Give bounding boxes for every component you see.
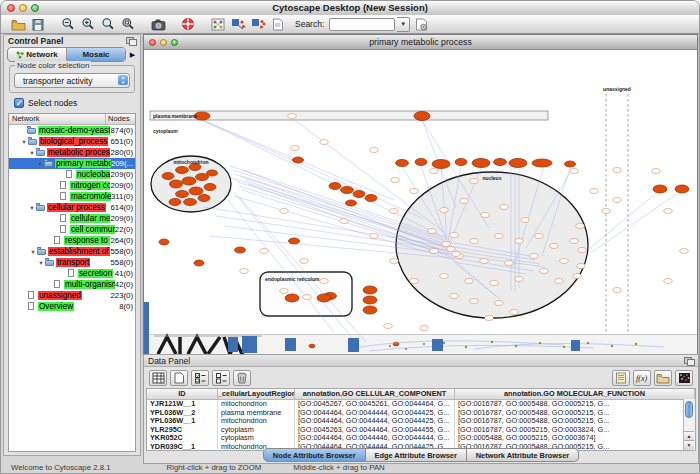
open-folder-icon[interactable]: [9, 16, 27, 32]
attribute-table: ID _cellularLayoutRegion annotation.GO C…: [146, 388, 696, 451]
network-tree-row[interactable]: ▼ cellular metabo 209(0): [9, 213, 135, 224]
document-icon[interactable]: [269, 16, 287, 32]
column-header-cellular-component[interactable]: annotation.GO CELLULAR_COMPONENT: [295, 389, 455, 399]
layout-blue-icon[interactable]: [229, 16, 247, 32]
cell-id: YLR295C: [147, 426, 218, 435]
tree-header-nodes[interactable]: Nodes: [106, 114, 135, 124]
node-count: 41(0): [115, 269, 135, 278]
float-panel-icon[interactable]: [126, 37, 136, 45]
tab-node-attribute-browser[interactable]: Node Attribute Browser: [263, 448, 366, 462]
tree-header-network[interactable]: Network: [9, 114, 106, 124]
search-options-icon[interactable]: [412, 16, 430, 32]
network-tree-row[interactable]: ▼ mosaic-demo-yeast 874(0): [9, 125, 135, 136]
layout-red-icon[interactable]: [249, 16, 267, 32]
cell-region: plasma membrane: [218, 409, 295, 418]
attribute-browser-tabs: Node Attribute Browser Edge Attribute Br…: [144, 448, 698, 462]
function-builder-icon[interactable]: f(x): [633, 370, 651, 386]
tab-network-attribute-browser[interactable]: Network Attribute Browser: [467, 448, 579, 462]
attribute-table-icon[interactable]: [149, 370, 167, 386]
data-panel-float-icon[interactable]: [684, 357, 694, 365]
attribute-table-body: YJR121W__1 mitochondrion [GO:0045267, GO…: [147, 400, 695, 452]
scrollbar-thumb[interactable]: [685, 401, 693, 418]
expander-icon[interactable]: ▼: [37, 260, 45, 266]
network-tree-row[interactable]: ▼ biological_process 651(0): [9, 136, 135, 147]
network-tree-row[interactable]: ▼ establishment of lo 558(0): [9, 246, 135, 257]
network-tree-row[interactable]: ▼ Overview 8(0): [9, 301, 135, 312]
expander-icon[interactable]: ▼: [28, 205, 36, 211]
unselect-attributes-icon[interactable]: [212, 370, 230, 386]
new-attribute-icon[interactable]: [170, 370, 188, 386]
node-count: 614(0): [110, 203, 135, 212]
network-view-title: primary metabolic process: [144, 37, 697, 47]
network-tree-row[interactable]: ▼ unassigned 223(0): [9, 290, 135, 301]
tab-edge-attribute-browser[interactable]: Edge Attribute Browser: [366, 448, 467, 462]
endoplasmic-reticulum-label: endoplasmic reticulum: [265, 276, 320, 282]
network-name-chip: nitrogen compo: [70, 181, 110, 190]
import-attributes-icon[interactable]: [654, 370, 672, 386]
network-tree-row[interactable]: ▼ response to stimulu 264(0): [9, 235, 135, 246]
network-tree-panel: Network Nodes ▼ mosaic-demo-yeast 874(0)…: [8, 113, 136, 452]
node-type-icon: [27, 291, 38, 300]
tree-header: Network Nodes: [9, 114, 135, 125]
network-tree-row[interactable]: ▼ primary metabo 209(...: [9, 158, 135, 169]
tab-mosaic[interactable]: Mosaic: [67, 48, 125, 61]
expander-icon[interactable]: ▼: [36, 161, 44, 167]
table-row[interactable]: YJR121W__1 mitochondrion [GO:0045267, GO…: [147, 400, 695, 409]
data-panel-title: Data Panel: [148, 356, 190, 366]
network-tree-row[interactable]: ▼ nitrogen compo 209(0): [9, 180, 135, 191]
dropdown-stepper-icon[interactable]: ▲▼: [118, 75, 128, 85]
tab-overflow-arrow[interactable]: ▶: [128, 51, 137, 59]
table-row[interactable]: YLR295C cytoplasm [GO:0045263, GO:004446…: [147, 426, 695, 435]
table-row[interactable]: YPL036W__2 plasma membrane [GO:0044464, …: [147, 409, 695, 418]
network-tree-row[interactable]: ▼ multi-organism pro 42(0): [9, 279, 135, 290]
attribute-matrix-icon[interactable]: [675, 370, 693, 386]
node-color-dropdown[interactable]: transporter activity ▲▼: [14, 73, 130, 88]
window-titlebar: Cytoscape Desktop (New Session): [1, 1, 699, 16]
table-row[interactable]: YPL036W__1 mitochondrion [GO:0044464, GO…: [147, 417, 695, 426]
zoom-fit-icon[interactable]: [99, 16, 117, 32]
network-name-chip: mosaic-demo-yeast: [38, 126, 110, 135]
column-header-molecular-function[interactable]: annotation.GO MOLECULAR_FUNCTION: [455, 389, 695, 399]
network-canvas[interactable]: plasma membrane cytoplasm mitochondrion …: [144, 50, 697, 354]
network-tree-row[interactable]: ▼ metabolic process 280(0): [9, 147, 135, 158]
zoom-region-icon[interactable]: [119, 16, 137, 32]
network-view-titlebar[interactable]: primary metabolic process: [144, 35, 697, 50]
node-count: 8(0): [119, 302, 135, 311]
save-icon[interactable]: [29, 16, 47, 32]
network-tree-row[interactable]: ▼ cellular process 614(0): [9, 202, 135, 213]
cell-molecular-function: [GO:0016787, GO:0005488, GO:0005215, G..…: [455, 417, 695, 426]
camera-icon[interactable]: [149, 16, 167, 32]
table-row[interactable]: YKR052C cytoplasm [GO:0044464, GO:004444…: [147, 434, 695, 443]
node-count: 651(0): [110, 137, 135, 146]
node-type-icon: [65, 170, 76, 179]
select-attributes-icon[interactable]: [191, 370, 209, 386]
expander-icon[interactable]: ▼: [20, 139, 28, 145]
zoom-out-icon[interactable]: [59, 16, 77, 32]
zoom-in-icon[interactable]: [79, 16, 97, 32]
node-count: 874(0): [110, 126, 135, 135]
notes-icon[interactable]: [612, 370, 630, 386]
column-header-region[interactable]: _cellularLayoutRegion: [218, 389, 295, 399]
expander-icon[interactable]: ▼: [29, 249, 37, 255]
node-type-icon: [67, 269, 78, 278]
tab-network[interactable]: Network: [8, 48, 67, 61]
network-tab-icon: [16, 51, 24, 59]
table-scrollbar[interactable]: ▲ ▼: [683, 399, 695, 450]
mitochondrion-label: mitochondrion: [174, 159, 209, 165]
network-tree-row[interactable]: ▼ secretion 41(0): [9, 268, 135, 279]
network-tree: ▼ mosaic-demo-yeast 874(0) ▼ biological_…: [9, 125, 135, 312]
life-ring-icon[interactable]: [179, 16, 197, 32]
search-dropdown-button[interactable]: ▼: [397, 17, 410, 32]
column-header-id[interactable]: ID: [147, 389, 218, 399]
node-type-icon: [44, 159, 55, 168]
expander-icon[interactable]: ▼: [28, 150, 36, 156]
network-tree-row[interactable]: ▼ cell communicat 22(0): [9, 224, 135, 235]
search-input[interactable]: [329, 18, 395, 31]
network-tree-row[interactable]: ▼ nucleobase-con 209(0): [9, 169, 135, 180]
select-nodes-checkbox[interactable]: ✓: [14, 98, 24, 108]
network-tree-row[interactable]: ▼ transport 558(0): [9, 257, 135, 268]
cell-molecular-function: [GO:0005488, GO:0005215, GO:0003674]: [455, 434, 695, 443]
network-tree-row[interactable]: ▼ macromolecule 311(0): [9, 191, 135, 202]
network-panel-icon[interactable]: [209, 16, 227, 32]
delete-attribute-icon[interactable]: [233, 370, 251, 386]
